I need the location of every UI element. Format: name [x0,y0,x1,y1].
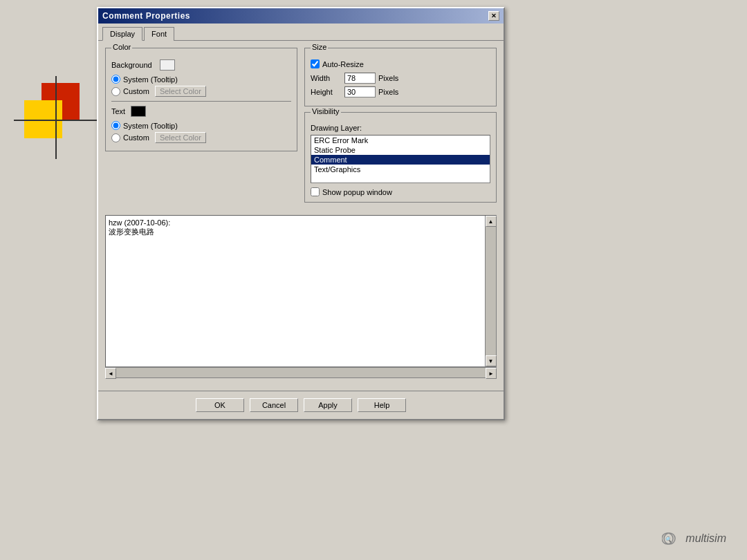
visibility-group: Visibility Drawing Layer: ERC Error Mark… [304,112,497,203]
size-group-inner: Auto-Resize Width Pixels Height Pixe [311,59,490,97]
layer-item-textgfx[interactable]: Text/Graphics [311,165,490,174]
multisim-icon: 🔍 [662,531,681,546]
dialog-title: Comment Properties [102,11,190,21]
scroll-down-button[interactable]: ▼ [486,355,497,366]
bg-custom-radio[interactable] [111,87,120,96]
scroll-left-button[interactable]: ◄ [105,368,116,379]
text-color-row: Text [111,106,291,117]
dialog-content: Color Background System (Tooltip) [98,41,504,391]
tab-bar: Display Font [98,24,504,41]
text-system-label: System (Tooltip) [123,122,178,130]
width-label: Width [311,74,342,82]
auto-resize-checkbox[interactable] [311,59,320,68]
size-group: Size Auto-Resize Width Pixels [304,48,497,106]
auto-resize-label: Auto-Resize [322,60,364,68]
multisim-logo: 🔍 multisim [662,531,726,546]
height-input[interactable] [344,86,376,97]
apply-button[interactable]: Apply [304,398,352,412]
right-column: Size Auto-Resize Width Pixels [304,48,497,208]
bg-custom-radio-row: Custom Select Color [111,86,291,97]
bg-system-label: System (Tooltip) [123,75,178,84]
text-custom-radio[interactable] [111,133,120,142]
height-row: Height Pixels [311,86,490,97]
drawing-layer-label: Drawing Layer: [311,124,490,132]
tab-font[interactable]: Font [144,27,174,41]
height-label: Height [311,88,342,96]
title-bar-buttons: ✕ [488,11,499,21]
bg-custom-label: Custom [123,87,149,95]
width-row: Width Pixels [311,73,490,84]
text-system-radio[interactable] [111,121,120,130]
two-column-layout: Color Background System (Tooltip) [105,48,497,208]
text-custom-radio-row: Custom Select Color [111,132,291,143]
visibility-group-inner: Drawing Layer: ERC Error Mark Static Pro… [311,124,490,196]
horizontal-scrollbar-wrapper: ◄ ► [105,367,497,378]
left-column: Color Background System (Tooltip) [105,48,297,208]
layer-item-comment[interactable]: Comment [311,155,490,165]
text-color-label: Text [111,107,125,115]
close-button[interactable]: ✕ [488,11,499,21]
textarea-section: hzw (2007-10-06): 波形变换电路 ▲ ▼ ◄ ► [105,215,497,378]
background-color-row: Background [111,59,291,71]
tab-display[interactable]: Display [102,27,142,41]
width-input[interactable] [344,73,376,84]
scroll-track-v [486,227,496,355]
height-pixels-label: Pixels [378,88,398,96]
size-group-label: Size [311,43,328,51]
color-group-label: Color [111,43,132,51]
bg-line-vertical [55,76,57,159]
multisim-label: multisim [685,532,726,545]
comment-textarea[interactable]: hzw (2007-10-06): 波形变换电路 [106,216,485,366]
text-system-radio-row: System (Tooltip) [111,121,291,130]
button-bar: OK Cancel Apply Help [98,391,504,419]
vertical-scrollbar[interactable]: ▲ ▼ [485,216,496,366]
bg-system-radio-row: System (Tooltip) [111,75,291,84]
scroll-right-button[interactable]: ► [486,368,497,379]
text-custom-label: Custom [123,133,149,142]
bg-system-radio[interactable] [111,75,120,84]
layer-item-erc[interactable]: ERC Error Mark [311,136,490,145]
show-popup-row: Show popup window [311,187,490,196]
cancel-button[interactable]: Cancel [250,398,298,412]
background-label: Background [111,61,160,69]
color-group-inner: Background System (Tooltip) Custom [111,59,291,143]
layer-item-static[interactable]: Static Probe [311,145,490,155]
text-select-color-button[interactable]: Select Color [155,132,206,143]
title-bar: Comment Properties ✕ [98,8,504,24]
ok-button[interactable]: OK [196,398,244,412]
textarea-wrapper: hzw (2007-10-06): 波形变换电路 ▲ ▼ [105,215,497,367]
auto-resize-row: Auto-Resize [311,59,490,68]
color-group: Color Background System (Tooltip) [105,48,297,151]
show-popup-label: Show popup window [322,188,392,196]
background-color-swatch[interactable] [160,59,175,71]
scroll-up-button[interactable]: ▲ [486,216,497,227]
scroll-track-h [116,368,486,377]
show-popup-checkbox[interactable] [311,187,320,196]
bg-select-color-button[interactable]: Select Color [155,86,206,97]
text-color-swatch[interactable] [131,106,146,117]
visibility-group-label: Visibility [311,107,341,115]
drawing-layer-listbox[interactable]: ERC Error Mark Static Probe Comment Text… [311,135,490,183]
width-pixels-label: Pixels [378,74,398,82]
color-separator [111,101,291,102]
comment-properties-dialog: Comment Properties ✕ Display Font Color … [97,7,505,420]
help-button[interactable]: Help [358,398,406,412]
